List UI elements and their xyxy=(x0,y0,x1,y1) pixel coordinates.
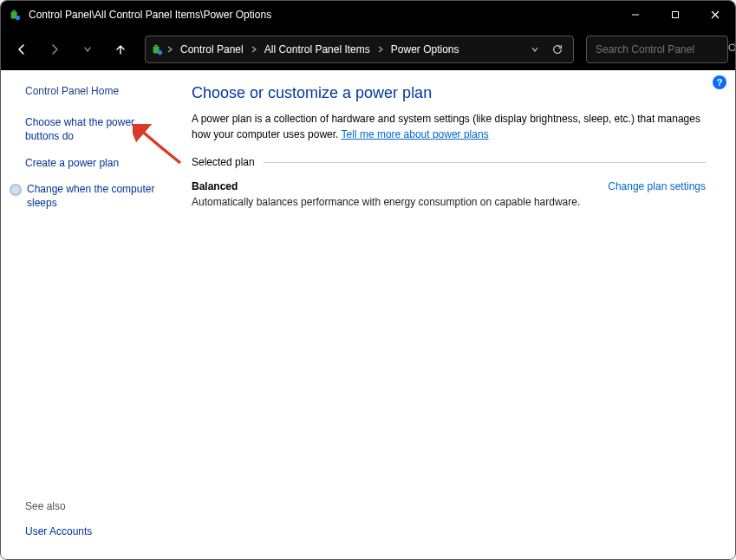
svg-rect-8 xyxy=(154,45,158,47)
breadcrumb-leaf[interactable]: Power Options xyxy=(388,42,463,57)
divider xyxy=(264,162,706,163)
sidebar-home-link[interactable]: Control Panel Home xyxy=(25,84,167,98)
refresh-icon[interactable] xyxy=(547,39,568,60)
search-icon[interactable] xyxy=(727,42,736,56)
power-options-icon xyxy=(8,8,22,22)
minimize-button[interactable] xyxy=(616,1,655,29)
page-description: A power plan is a collection of hardware… xyxy=(192,111,706,142)
sidebar-link-create-plan[interactable]: Create a power plan xyxy=(25,156,167,170)
chevron-right-icon[interactable] xyxy=(249,45,259,55)
svg-rect-1 xyxy=(12,10,16,12)
sidebar-link-user-accounts[interactable]: User Accounts xyxy=(25,524,167,538)
change-plan-settings-link[interactable]: Change plan settings xyxy=(608,180,706,192)
see-also-label: See also xyxy=(25,500,167,512)
sidebar-link-change-sleep[interactable]: Change when the computer sleeps xyxy=(27,182,167,210)
section-label: Selected plan xyxy=(192,156,255,168)
svg-point-9 xyxy=(158,50,162,55)
up-button[interactable] xyxy=(107,36,134,63)
page-title: Choose or customize a power plan xyxy=(192,84,706,102)
toolbar: Control Panel All Control Panel Items Po… xyxy=(1,29,735,70)
back-button[interactable] xyxy=(8,36,36,63)
window-title: Control Panel\All Control Panel Items\Po… xyxy=(29,9,616,21)
content-area: ? Control Panel Home Choose what the pow… xyxy=(1,70,735,559)
sidebar: Control Panel Home Choose what the power… xyxy=(1,70,178,559)
help-icon[interactable]: ? xyxy=(713,75,726,89)
maximize-button[interactable] xyxy=(655,1,695,29)
svg-point-10 xyxy=(729,44,735,50)
svg-rect-4 xyxy=(673,12,679,18)
breadcrumb-root[interactable]: Control Panel xyxy=(177,42,247,57)
globe-icon xyxy=(10,184,22,196)
control-panel-window: Control Panel\All Control Panel Items\Po… xyxy=(0,0,736,560)
chevron-right-icon[interactable] xyxy=(375,45,386,55)
search-input[interactable] xyxy=(594,42,727,56)
plan-description: Automatically balances performance with … xyxy=(192,196,608,208)
svg-point-2 xyxy=(16,16,20,20)
forward-button[interactable] xyxy=(41,36,68,63)
chevron-down-icon[interactable] xyxy=(524,39,545,60)
tell-me-more-link[interactable]: Tell me more about power plans xyxy=(342,128,489,140)
breadcrumb-middle[interactable]: All Control Panel Items xyxy=(261,42,374,57)
recent-locations-button[interactable] xyxy=(74,36,101,63)
sidebar-link-choose-buttons[interactable]: Choose what the power buttons do xyxy=(25,115,167,143)
close-button[interactable] xyxy=(695,1,735,29)
power-plan-row: Balanced Automatically balances performa… xyxy=(192,180,706,208)
main-panel: Choose or customize a power plan A power… xyxy=(178,70,735,559)
search-box[interactable] xyxy=(586,36,728,63)
address-bar-icon xyxy=(151,43,163,55)
plan-name: Balanced xyxy=(192,180,608,192)
section-header: Selected plan xyxy=(192,156,706,168)
titlebar: Control Panel\All Control Panel Items\Po… xyxy=(1,1,735,29)
chevron-right-icon[interactable] xyxy=(165,45,175,55)
address-bar[interactable]: Control Panel All Control Panel Items Po… xyxy=(145,36,574,63)
